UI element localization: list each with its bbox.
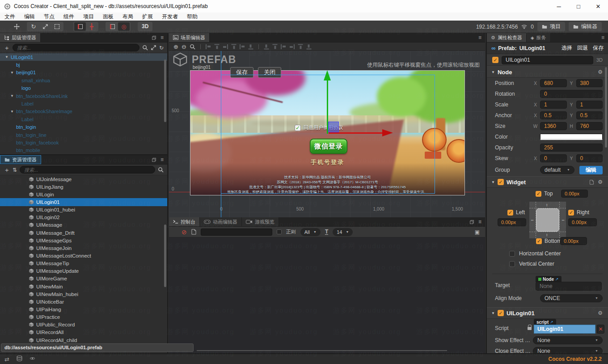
menu-item[interactable]: 组件 xyxy=(59,13,79,21)
close-button[interactable]: ✕ xyxy=(588,0,608,13)
hierarchy-search-input[interactable] xyxy=(13,44,139,51)
asset-item[interactable]: UIMessage xyxy=(0,221,167,229)
log-file-icon[interactable] xyxy=(191,229,196,235)
scale-tool-button[interactable] xyxy=(39,22,51,31)
global-coords-button[interactable]: ◎ xyxy=(118,22,130,31)
tree-item[interactable]: ▼ Label xyxy=(0,115,167,123)
color-swatch[interactable] xyxy=(540,134,603,140)
horizontal-center-toggle[interactable]: Horizontal Center xyxy=(509,250,561,257)
script-enabled-checkbox[interactable] xyxy=(498,310,504,316)
anchor-y-field[interactable]: 0.5 xyxy=(576,111,603,119)
asset-item[interactable]: UIRecordAll_child xyxy=(0,336,167,344)
panel-menu-icon[interactable]: ≡ xyxy=(478,219,481,225)
panel-menu-icon[interactable]: ≡ xyxy=(160,157,164,163)
widget-bottom-toggle[interactable]: Bottom xyxy=(536,238,562,244)
node-section-header[interactable]: ▼ Node ⚙ xyxy=(487,66,608,78)
asset-item[interactable]: UIPractice xyxy=(0,313,167,321)
console-filter-input[interactable] xyxy=(201,229,272,236)
prefab-save-button[interactable]: 保存 xyxy=(593,44,604,52)
tree-item[interactable]: ▼ btn_login_line xyxy=(0,131,167,139)
tab-assets[interactable]: 资源管理器 xyxy=(0,155,41,164)
tree-item[interactable]: ▼ btn_facebookShareLink xyxy=(0,92,167,100)
tree-item[interactable]: ▼ btn_mobile xyxy=(0,147,167,154)
panel-menu-icon[interactable]: ≡ xyxy=(478,34,481,41)
gizmo-origin-handle[interactable] xyxy=(328,122,339,132)
asset-item[interactable]: UIRecordAll xyxy=(0,329,167,336)
distribute-right-icon[interactable] xyxy=(306,44,311,49)
position-y-field[interactable]: 380 xyxy=(576,79,603,87)
asset-item[interactable]: UIMessageLostConnect xyxy=(0,252,167,259)
asset-item[interactable]: UILogin01_hubei xyxy=(0,206,167,214)
remove-script-button[interactable]: ✕ xyxy=(597,325,604,334)
assets-scrollbar[interactable] xyxy=(164,224,166,287)
clear-log-icon[interactable]: ⊘ xyxy=(182,229,187,236)
widget-right-field[interactable]: 0.00px xyxy=(568,218,597,226)
maximize-button[interactable]: □ xyxy=(569,0,588,13)
minimize-button[interactable]: ─ xyxy=(549,0,569,13)
asset-item[interactable]: UILogin02 xyxy=(0,214,167,221)
rect-tool-button[interactable] xyxy=(51,22,63,31)
expand-arrow-icon[interactable]: ▼ xyxy=(10,110,16,114)
align-mode-dropdown[interactable]: ONCE ▼ xyxy=(540,294,603,302)
collapse-log-icon[interactable]: ▣ xyxy=(475,229,480,235)
move-tool-button[interactable] xyxy=(11,22,22,31)
node-active-checkbox[interactable] xyxy=(492,57,498,63)
asset-item[interactable]: UIPublic_Record xyxy=(0,321,167,329)
tree-item[interactable]: ▼ UILogin01 xyxy=(0,53,167,61)
widget-section-header[interactable]: ▼ Widget ⚙ xyxy=(487,176,608,188)
skew-x-field[interactable]: 0 xyxy=(540,154,567,162)
search-icon[interactable] xyxy=(142,45,148,51)
rotate-tool-button[interactable]: ↻ xyxy=(28,22,39,31)
local-coords-button[interactable] xyxy=(106,22,118,31)
tree-item[interactable]: ▼ btn_login xyxy=(0,123,167,131)
target-field[interactable]: None xyxy=(536,282,602,291)
tab-hierarchy[interactable]: 层级管理器 xyxy=(0,33,41,42)
asset-item[interactable]: UIMessageJoin xyxy=(0,244,167,252)
tree-item[interactable]: ▼ btn_login_facebook xyxy=(0,139,167,146)
popout-icon[interactable] xyxy=(469,220,474,224)
tree-item[interactable]: ▼ btn_facebookShareImage xyxy=(0,108,167,115)
scale-y-field[interactable]: 1 xyxy=(576,101,603,109)
gizmo-y-arrowhead-icon[interactable] xyxy=(324,70,331,80)
widget-left-toggle[interactable]: Left xyxy=(507,209,525,216)
tree-item[interactable]: ▼ beijing01 xyxy=(0,69,167,76)
widget-enabled-checkbox[interactable] xyxy=(498,179,504,185)
bottom-checkbox[interactable] xyxy=(536,238,542,244)
gear-icon[interactable]: ⚙ xyxy=(598,179,603,185)
popout-icon[interactable] xyxy=(152,35,156,40)
asset-item[interactable]: UINewMain xyxy=(0,283,167,290)
menu-item[interactable]: 布局 xyxy=(118,13,138,21)
group-dropdown[interactable]: default ▼ xyxy=(540,166,574,174)
opacity-field[interactable]: 255 xyxy=(540,144,603,152)
menu-item[interactable]: 开发者 xyxy=(157,13,182,21)
asset-item[interactable]: UILogin xyxy=(0,190,167,198)
asset-item[interactable]: UIMessageUpdate xyxy=(0,267,167,275)
collapse-arrow-icon[interactable]: ▼ xyxy=(491,70,495,74)
collapse-arrow-icon[interactable]: ▼ xyxy=(491,180,495,184)
anchor-toggle-button[interactable]: ╋ xyxy=(86,22,97,31)
show-effect-dropdown[interactable]: None ▼ xyxy=(533,336,603,344)
align-top-icon[interactable] xyxy=(231,44,236,49)
asset-item[interactable]: UIMoreGame xyxy=(0,275,167,283)
align-center-h-icon[interactable] xyxy=(214,44,219,49)
distribute-bottom-icon[interactable] xyxy=(281,44,286,49)
pivot-toggle-button[interactable] xyxy=(74,22,86,31)
gizmo-x-axis[interactable] xyxy=(329,132,382,134)
search-icon[interactable] xyxy=(158,167,164,173)
size-h-field[interactable]: 760 xyxy=(576,122,603,130)
refresh-icon[interactable]: ↻ xyxy=(159,45,164,51)
prefab-revert-button[interactable]: 回退 xyxy=(577,44,588,52)
asset-item[interactable]: UILingJiang xyxy=(0,183,167,190)
sync-icon[interactable]: ⇄ xyxy=(4,356,9,363)
right-checkbox[interactable] xyxy=(568,210,574,216)
menu-item[interactable]: 扩展 xyxy=(138,13,157,21)
asset-item[interactable]: UIMessage_Drift xyxy=(0,229,167,237)
open-project-button[interactable]: 项目 xyxy=(537,22,565,31)
tree-item[interactable]: ▼ bj xyxy=(0,61,167,68)
menu-item[interactable]: 面板 xyxy=(98,13,118,21)
expand-arrow-icon[interactable]: ▼ xyxy=(10,94,16,98)
external-link-icon[interactable]: ↗ xyxy=(550,320,553,324)
tab-game-preview[interactable]: 游戏预览 xyxy=(242,217,279,226)
asset-item[interactable]: UIJoinMessage xyxy=(0,175,167,183)
close-effect-dropdown[interactable]: None ▼ xyxy=(533,347,603,353)
